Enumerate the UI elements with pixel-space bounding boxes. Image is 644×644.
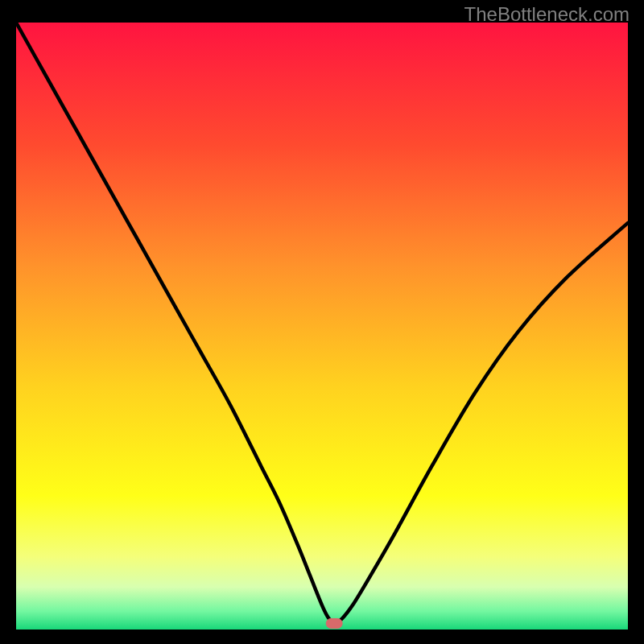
chart-svg <box>16 23 628 630</box>
chart-outer: TheBottleneck.com <box>0 0 644 644</box>
optimal-marker <box>326 618 342 628</box>
watermark-text: TheBottleneck.com <box>464 3 630 26</box>
plot-area <box>16 23 628 630</box>
gradient-rect <box>16 23 628 630</box>
